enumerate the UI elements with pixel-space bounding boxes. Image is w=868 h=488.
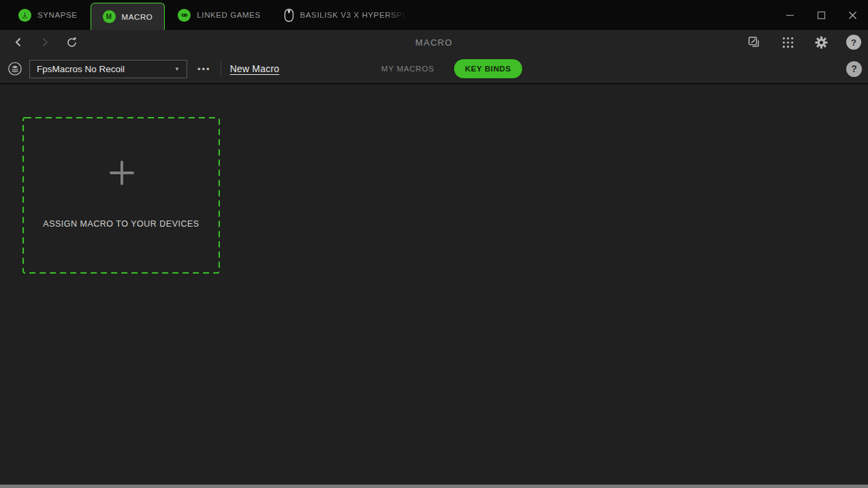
maximize-button-icon[interactable]	[805, 0, 837, 30]
profile-dropdown[interactable]: FpsMacros No Recoil ▼	[29, 60, 187, 78]
toolbar-right-icons: ?	[746, 34, 861, 50]
app-tabs: SYNAPSE M MACRO LINKED GAMES	[0, 0, 417, 30]
minimize-button-icon[interactable]	[774, 0, 805, 30]
chevron-down-icon: ▼	[174, 66, 180, 72]
synapse-window: SYNAPSE M MACRO LINKED GAMES	[0, 0, 868, 488]
refresh-icon[interactable]	[63, 33, 80, 51]
profiles-layers-icon[interactable]	[7, 61, 23, 77]
tab-synapse-label: SYNAPSE	[37, 11, 78, 19]
forward-icon[interactable]	[36, 33, 54, 51]
toolbar: MACRO	[0, 30, 868, 54]
settings-gear-icon[interactable]	[813, 34, 829, 50]
back-icon[interactable]	[10, 33, 27, 51]
plus-icon	[110, 161, 134, 185]
tab-macro[interactable]: M MACRO	[91, 3, 165, 30]
macro-m-icon: M	[103, 10, 116, 23]
close-button-icon[interactable]	[837, 0, 868, 30]
razer-logo-icon	[18, 9, 31, 22]
bottom-edge-bar	[0, 485, 868, 488]
profile-help-avatar-icon[interactable]: ?	[846, 35, 861, 50]
tab-my-macros[interactable]: MY MACROS	[381, 65, 434, 73]
tab-macro-label: MACRO	[122, 13, 153, 21]
titlebar: SYNAPSE M MACRO LINKED GAMES	[0, 0, 868, 30]
help-icon[interactable]: ?	[846, 61, 862, 77]
mouse-icon	[284, 8, 294, 22]
gamepad-icon	[178, 9, 191, 22]
macro-bar: FpsMacros No Recoil ▼ ••• New Macro MY M…	[0, 54, 868, 84]
tab-device-label: BASILISK V3 X HYPERSPEED	[300, 11, 406, 19]
switch-view-icon[interactable]	[746, 34, 762, 50]
assign-macro-dropzone[interactable]: ASSIGN MACRO TO YOUR DEVICES	[22, 117, 220, 274]
tab-key-binds[interactable]: KEY BINDS	[454, 59, 522, 78]
macro-view-tabs: MY MACROS KEY BINDS	[381, 59, 522, 78]
page-title: MACRO	[415, 37, 453, 48]
tab-synapse[interactable]: SYNAPSE	[7, 0, 89, 30]
divider	[221, 61, 221, 77]
new-macro-link[interactable]: New Macro	[230, 63, 280, 74]
content-area: ASSIGN MACRO TO YOUR DEVICES	[0, 84, 868, 485]
tab-linked-games[interactable]: LINKED GAMES	[166, 0, 272, 30]
dashed-border	[22, 117, 220, 274]
apps-grid-icon[interactable]	[779, 34, 796, 50]
assign-macro-label: ASSIGN MACRO TO YOUR DEVICES	[22, 219, 220, 229]
more-options-button[interactable]: •••	[196, 61, 212, 77]
tab-device-basilisk[interactable]: BASILISK V3 X HYPERSPEED	[272, 0, 417, 30]
tab-linked-games-label: LINKED GAMES	[197, 11, 260, 19]
window-controls	[774, 0, 868, 30]
profile-dropdown-value: FpsMacros No Recoil	[37, 64, 170, 74]
